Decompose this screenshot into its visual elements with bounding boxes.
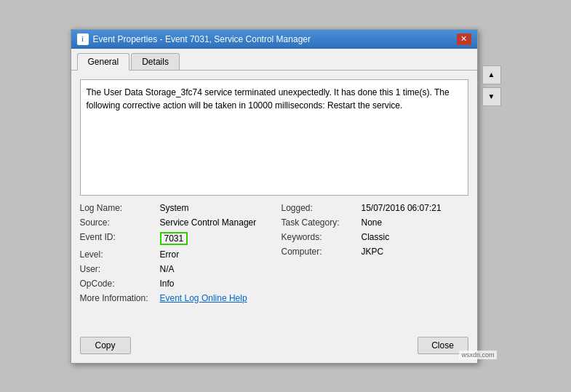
label-level: Level: <box>80 249 160 260</box>
label-user: User: <box>80 264 160 274</box>
field-row-logname: Log Name: System <box>80 203 267 213</box>
label-moreinfo: More Information: <box>80 293 160 303</box>
scroll-up-button[interactable]: ▲ <box>482 65 501 84</box>
value-opcode: Info <box>160 279 175 289</box>
close-window-button[interactable]: ✕ <box>457 33 471 45</box>
field-row-user: User: N/A <box>80 264 267 274</box>
field-row-computer: Computer: JKPC <box>281 247 468 257</box>
copy-button[interactable]: Copy <box>80 337 131 354</box>
label-logged: Logged: <box>281 203 362 213</box>
field-row-source: Source: Service Control Manager <box>80 217 267 228</box>
value-logname: System <box>160 203 189 213</box>
label-opcode: OpCode: <box>80 279 160 289</box>
field-row-taskcategory: Task Category: None <box>281 217 468 228</box>
fields-left: Log Name: System Source: Service Control… <box>80 203 267 308</box>
tab-details[interactable]: Details <box>131 53 180 70</box>
field-row-level: Level: Error <box>80 249 267 260</box>
value-level: Error <box>160 249 180 260</box>
watermark: wsxdn.com <box>459 351 496 359</box>
value-moreinfo-link[interactable]: Event Log Online Help <box>160 293 247 303</box>
label-computer: Computer: <box>281 247 362 257</box>
field-row-moreinfo: More Information: Event Log Online Help <box>80 293 267 303</box>
field-row-opcode: OpCode: Info <box>80 279 267 289</box>
label-keywords: Keywords: <box>281 232 362 242</box>
dialog-content: The User Data Storage_3fc74 service term… <box>71 71 477 331</box>
field-row-logged: Logged: 15/07/2016 06:07:21 <box>281 203 468 213</box>
label-taskcategory: Task Category: <box>281 217 362 228</box>
tabs-bar: General Details <box>71 49 477 71</box>
window-title: Event Properties - Event 7031, Service C… <box>93 34 311 44</box>
value-eventid: 7031 <box>160 232 188 245</box>
value-user: N/A <box>160 264 175 274</box>
scroll-down-button[interactable]: ▼ <box>482 87 501 106</box>
title-bar-left: i Event Properties - Event 7031, Service… <box>77 33 311 45</box>
field-row-keywords: Keywords: Classic <box>281 232 468 242</box>
event-message-text[interactable]: The User Data Storage_3fc74 service term… <box>80 79 468 196</box>
value-keywords: Classic <box>362 232 390 242</box>
label-source: Source: <box>80 217 160 228</box>
fields-right: Logged: 15/07/2016 06:07:21 Task Categor… <box>281 203 468 308</box>
title-bar: i Event Properties - Event 7031, Service… <box>71 30 477 49</box>
value-source: Service Control Manager <box>160 217 257 228</box>
event-icon: i <box>77 33 89 45</box>
value-computer: JKPC <box>362 247 384 257</box>
event-properties-dialog: i Event Properties - Event 7031, Service… <box>71 29 478 364</box>
label-eventid: Event ID: <box>80 232 160 242</box>
field-row-eventid: Event ID: 7031 <box>80 232 267 245</box>
value-taskcategory: None <box>362 217 383 228</box>
tab-general[interactable]: General <box>77 53 130 71</box>
label-logname: Log Name: <box>80 203 160 213</box>
bottom-bar: Copy Close <box>71 331 477 363</box>
side-buttons: ▲ ▼ <box>478 29 501 106</box>
value-logged: 15/07/2016 06:07:21 <box>362 203 442 213</box>
fields-area: Log Name: System Source: Service Control… <box>80 203 468 308</box>
